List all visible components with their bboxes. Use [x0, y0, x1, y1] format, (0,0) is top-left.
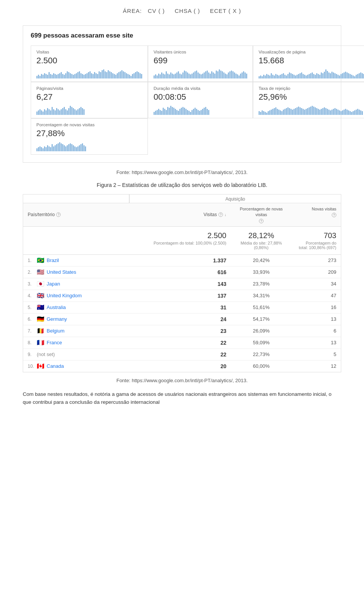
sparkline-bar — [284, 75, 286, 78]
sparkline-bar — [304, 75, 305, 78]
sparkline-bar — [73, 145, 74, 151]
sparkline-bar — [47, 108, 48, 115]
flag-icon: 🇨🇦 — [37, 363, 44, 369]
sparkline-bar — [130, 76, 132, 78]
sparkline-bar — [274, 75, 275, 78]
sparkline-bar — [263, 111, 264, 115]
sparkline-6 — [36, 141, 142, 151]
sparkline-bar — [211, 71, 212, 78]
sparkline-bar — [265, 112, 266, 115]
row-num: 5. — [28, 305, 35, 310]
new-cell: 34 — [292, 281, 341, 287]
visits-help-icon[interactable]: ? — [218, 212, 223, 217]
country-name[interactable]: Japan — [47, 281, 60, 287]
sparkline-bar — [268, 111, 269, 115]
sparkline-bar — [154, 75, 155, 78]
country-name[interactable]: Brazil — [47, 257, 59, 263]
sparkline-bar — [220, 71, 221, 78]
pct-help-icon[interactable]: ? — [259, 219, 264, 223]
sparkline-bar — [307, 108, 308, 115]
sparkline-bar — [281, 111, 282, 115]
metric-value-1: 699 — [154, 56, 247, 66]
sparkline-bar — [58, 143, 59, 151]
acq-label: Aquisição — [129, 195, 341, 203]
row-num: 6. — [28, 317, 35, 322]
sparkline-bar — [59, 142, 60, 151]
sparkline-bar — [312, 106, 313, 115]
sparkline-bar — [105, 71, 106, 78]
sparkline-bar — [281, 74, 282, 78]
sparkline-bar — [179, 74, 180, 78]
sparkline-bar — [354, 110, 355, 115]
sparkline-bar — [290, 73, 292, 78]
sparkline-bar — [70, 143, 71, 151]
country-name[interactable]: Belgium — [47, 328, 64, 334]
sparkline-bar — [272, 109, 273, 115]
col-headers: País/território ? Visitas ? ↓ Porcentage… — [23, 203, 341, 227]
sparkline-bar — [41, 74, 42, 78]
sparkline-bar — [108, 70, 109, 78]
sparkline-bar — [68, 144, 69, 151]
sparkline-bar — [205, 107, 206, 115]
sparkline-bar — [36, 148, 38, 151]
country-name[interactable]: United States — [47, 269, 76, 275]
country-name[interactable]: France — [47, 340, 62, 345]
sparkline-bar — [351, 112, 352, 115]
sparkline-bar — [280, 75, 281, 78]
sparkline-bar — [124, 72, 126, 78]
visits-cell: 24 — [129, 316, 231, 322]
sparkline-bar — [170, 106, 171, 115]
sparkline-bar — [167, 74, 168, 78]
sparkline-bar — [347, 72, 348, 78]
country-name[interactable]: Canada — [47, 363, 64, 369]
sparkline-bar — [47, 145, 48, 151]
sparkline-bar — [283, 73, 284, 78]
country-help-icon[interactable]: ? — [56, 212, 61, 217]
metric-label-3: Páginas/visita — [36, 86, 142, 91]
sparkline-bar — [240, 74, 241, 78]
country-name[interactable]: United Kingdom — [47, 293, 82, 298]
metric-cell-1: Visitantes únicos699 — [148, 45, 253, 82]
sparkline-bar — [88, 72, 89, 78]
new-help-icon[interactable]: ? — [332, 213, 336, 217]
sparkline-bar — [219, 69, 220, 78]
sparkline-bar — [208, 110, 209, 115]
sparkline-bar — [79, 145, 80, 151]
sparkline-bar — [304, 110, 305, 115]
table-row: 5.🇦🇺Australia3151,61%16 — [23, 302, 341, 314]
sparkline-bar — [310, 73, 311, 78]
sparkline-3 — [36, 104, 142, 115]
sparkline-bar — [163, 108, 164, 115]
metric-label-4: Duração média da visita — [154, 86, 247, 91]
sparkline-bar — [169, 74, 170, 78]
sparkline-bar — [309, 107, 310, 115]
flag-icon: 🇧🇪 — [37, 328, 44, 334]
sparkline-bar — [62, 74, 63, 78]
metric-value-2: 15.668 — [259, 56, 364, 66]
sparkline-bar — [269, 110, 270, 115]
country-name[interactable]: Germany — [47, 316, 67, 322]
sparkline-bar — [175, 74, 176, 78]
sparkline-bar — [175, 109, 176, 115]
sort-arrow[interactable]: ↓ — [224, 213, 226, 217]
sparkline-bar — [44, 109, 45, 115]
col-country: País/território ? — [23, 203, 129, 226]
table-row: 2.🇺🇸United States61633,93%209 — [23, 267, 341, 278]
sparkline-bar — [56, 75, 57, 78]
sparkline-bar — [193, 109, 194, 115]
metric-cell-2: Visualizações de página15.668 — [253, 45, 364, 82]
figure-caption: Figura 2 – Estatísticas de utilização do… — [23, 182, 341, 188]
sparkline-bar — [55, 110, 56, 115]
sparkline-bar — [340, 111, 342, 115]
sparkline-bar — [337, 75, 339, 78]
row-num: 1. — [28, 258, 35, 263]
sparkline-bar — [79, 71, 80, 78]
sparkline-bar — [235, 74, 237, 78]
sparkline-bar — [111, 72, 112, 78]
sparkline-bar — [300, 73, 301, 78]
sparkline-bar — [50, 110, 51, 115]
sparkline-bar — [164, 109, 165, 115]
sparkline-bar — [310, 107, 311, 115]
country-name[interactable]: Australia — [47, 304, 66, 310]
sparkline-bar — [331, 110, 333, 115]
